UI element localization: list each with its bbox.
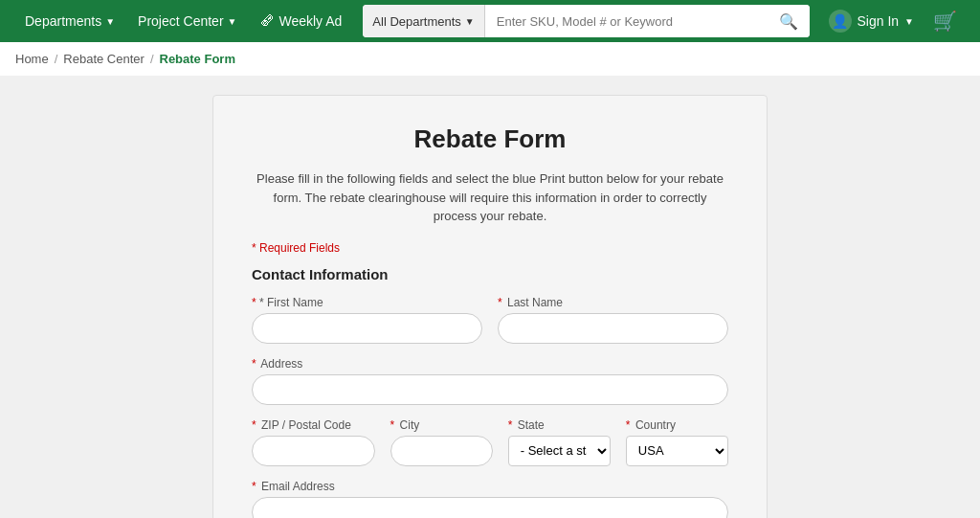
email-required-star: * [252,480,256,493]
zip-input[interactable] [252,436,375,466]
breadcrumb-sep-1: / [55,52,58,66]
last-name-input[interactable] [498,313,728,344]
form-description: Please fill in the following fields and … [252,169,728,226]
project-center-chevron-icon: ▼ [228,16,237,27]
country-group: * Country USA Canada [626,418,728,466]
last-name-required-star: * [498,296,502,309]
zip-group: * ZIP / Postal Code [252,418,375,466]
email-input[interactable] [252,497,728,519]
state-label: * State [508,418,611,432]
city-label: * City [390,418,493,432]
state-group: * State - Select a state - AL AK AZ CA C… [508,418,611,466]
city-input[interactable] [390,436,493,466]
user-icon: 👤 [829,10,852,33]
form-title: Rebate Form [252,124,728,154]
breadcrumb: Home / Rebate Center / Rebate Form [0,42,980,76]
city-required-star: * [390,418,395,432]
last-name-group: * Last Name [498,296,728,344]
nav-right: 👤 Sign In ▼ 🛒 [821,4,966,38]
main-content: Rebate Form Please fill in the following… [0,76,980,518]
first-name-required-star: * [252,296,256,309]
email-row: * Email Address [252,480,728,519]
country-select[interactable]: USA Canada [626,436,728,466]
rebate-form-container: Rebate Form Please fill in the following… [212,95,768,518]
search-bar: All Departments ▼ 🔍 [363,5,809,37]
zip-label: * ZIP / Postal Code [252,418,375,432]
search-department-selector[interactable]: All Departments ▼ [363,5,484,37]
search-input[interactable] [485,5,768,37]
country-label: * Country [626,418,728,432]
project-center-menu[interactable]: Project Center ▼ [128,6,246,36]
search-button[interactable]: 🔍 [768,5,810,37]
name-row: * * First Name * Last Name [252,296,728,344]
email-group: * Email Address [252,480,728,519]
address-input[interactable] [252,374,728,405]
newspaper-icon: 🗞 [259,12,275,30]
country-required-star: * [626,418,631,432]
top-navigation: Departments ▼ Project Center ▼ 🗞 Weekly … [0,0,980,42]
address-required-star: * [252,357,256,371]
project-center-label: Project Center [138,13,223,29]
cart-button[interactable]: 🛒 [925,4,965,38]
contact-info-section-title: Contact Information [252,266,728,282]
breadcrumb-sep-2: / [150,52,154,66]
sign-in-button[interactable]: 👤 Sign In ▼ [821,4,923,38]
departments-chevron-icon: ▼ [105,16,115,27]
required-note: * Required Fields [252,241,728,255]
first-name-label: * * First Name [252,296,482,309]
state-select[interactable]: - Select a state - AL AK AZ CA CO FL TX [508,436,611,466]
departments-menu[interactable]: Departments ▼ [15,6,124,36]
weekly-ad-menu[interactable]: 🗞 Weekly Ad [250,5,351,37]
search-dept-label: All Departments [372,14,460,29]
dept-chevron-icon: ▼ [465,16,475,27]
sign-in-chevron-icon: ▼ [904,16,914,27]
address-label: * Address [252,357,728,371]
last-name-label: * Last Name [498,296,728,309]
location-row: * ZIP / Postal Code * City * State - [252,418,728,466]
first-name-group: * * First Name [252,296,482,344]
breadcrumb-current: Rebate Form [160,52,235,66]
first-name-input[interactable] [252,313,482,344]
address-row: * Address [252,357,728,405]
zip-required-star: * [252,418,256,432]
departments-label: Departments [25,13,101,29]
breadcrumb-home[interactable]: Home [15,52,49,66]
sign-in-label: Sign In [858,13,900,29]
address-group: * Address [252,357,728,405]
city-group: * City [390,418,493,466]
email-label: * Email Address [252,480,728,493]
state-required-star: * [508,418,513,432]
breadcrumb-rebate-center[interactable]: Rebate Center [63,52,145,66]
weekly-ad-label: Weekly Ad [278,13,342,29]
